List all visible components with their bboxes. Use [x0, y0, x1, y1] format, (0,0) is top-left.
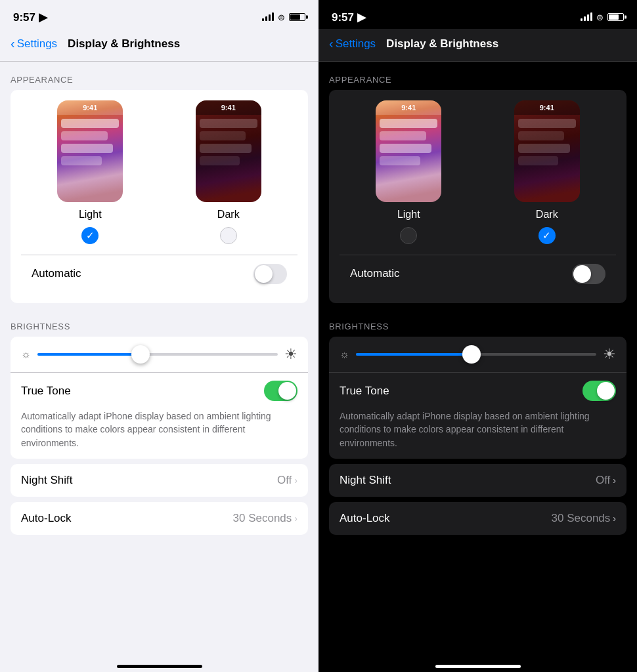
appearance-inner-dark: 9:41 Light [329, 90, 626, 303]
sun-large-icon-light: ☀ [284, 346, 297, 363]
content-dark: APPEARANCE 9:41 [318, 62, 637, 652]
slider-fill-light [37, 353, 141, 356]
night-shift-card-light: Night Shift Off › [11, 464, 308, 497]
theme-option-dark[interactable]: 9:41 Dark [196, 100, 261, 244]
ph-bar-4-dark [200, 156, 240, 165]
status-bar-dark: 9:57 ▶ ⊜ [318, 0, 637, 29]
battery-icon-light [289, 13, 305, 21]
theme-option-light[interactable]: 9:41 Light ✓ [57, 100, 123, 244]
back-label-light[interactable]: Settings [17, 37, 57, 51]
auto-lock-chevron-light: › [294, 513, 297, 524]
signal-bars-dark [581, 13, 592, 21]
signal-bar-4 [272, 12, 274, 21]
phone-time-dark-dark: 9:41 [514, 100, 580, 115]
back-button-light[interactable]: ‹ Settings [11, 36, 57, 51]
auto-lock-value-dark: 30 Seconds › [552, 512, 616, 525]
ph-bar-b [380, 131, 426, 140]
sun-large-icon-dark: ☀ [603, 346, 616, 363]
night-shift-value-dark: Off › [596, 474, 616, 487]
sun-small-icon-dark: ☼ [340, 348, 349, 360]
night-shift-chevron-dark: › [613, 475, 616, 486]
ph-bar-3-dark [200, 144, 252, 153]
automatic-toggle-knob-light [255, 265, 273, 283]
battery-fill-dark [609, 14, 619, 20]
true-tone-row-light: True Tone [11, 372, 308, 410]
brightness-section-header-light: BRIGHTNESS [0, 308, 318, 337]
dark-panel: 9:57 ▶ ⊜ ‹ Settings Display & Brightness… [318, 0, 637, 672]
theme-label-light-dark: Light [397, 209, 420, 220]
signal-bar-1 [262, 18, 264, 21]
automatic-toggle-dark[interactable] [572, 264, 605, 284]
appearance-inner-light: 9:41 Light ✓ [11, 90, 308, 303]
auto-lock-card-light: Auto-Lock 30 Seconds › [11, 502, 308, 535]
status-time-light: 9:57 ▶ [13, 10, 47, 24]
night-shift-label-light: Night Shift [21, 474, 72, 487]
night-shift-status-dark: Off [596, 474, 610, 487]
slider-thumb-light[interactable] [131, 345, 150, 364]
night-shift-row-light[interactable]: Night Shift Off › [11, 464, 308, 497]
brightness-slider-dark[interactable] [356, 353, 596, 356]
appearance-section-header-light: APPEARANCE [0, 62, 318, 90]
appearance-section-header-dark: APPEARANCE [318, 62, 637, 90]
theme-row-light: 9:41 Light ✓ [21, 100, 297, 255]
true-tone-label-dark: True Tone [340, 385, 389, 398]
phone-status-dark: 9:41 [196, 100, 261, 115]
phone-preview-dark-dark: 9:41 [514, 100, 580, 202]
ph-bar-e [518, 119, 576, 128]
radio-light-unselected-dark[interactable] [400, 227, 417, 244]
status-icons-dark: ⊜ [581, 12, 624, 22]
wifi-icon-light: ⊜ [278, 12, 285, 22]
signal-bar-2-dark [584, 16, 586, 21]
signal-bars-light [262, 13, 274, 21]
sun-small-icon-light: ☼ [21, 348, 31, 360]
bottom-padding-dark [318, 540, 637, 566]
back-chevron-dark: ‹ [329, 36, 334, 51]
phone-time-light-dark: 9:41 [376, 100, 441, 115]
bottom-padding-light [0, 540, 318, 566]
wifi-icon-dark: ⊜ [596, 12, 604, 22]
true-tone-toggle-light[interactable] [264, 381, 297, 401]
nav-bar-light: ‹ Settings Display & Brightness [0, 29, 318, 62]
nav-title-dark: Display & Brightness [386, 37, 498, 51]
signal-bar-3 [269, 14, 271, 21]
slider-fill-dark [356, 353, 472, 356]
night-shift-value-light: Off › [277, 474, 297, 487]
automatic-row-light: Automatic [21, 255, 297, 293]
theme-label-dark-light: Dark [217, 209, 240, 220]
automatic-toggle-light[interactable] [253, 264, 287, 284]
slider-thumb-dark[interactable] [462, 345, 481, 364]
night-shift-card-dark: Night Shift Off › [329, 464, 626, 497]
back-button-dark[interactable]: ‹ Settings [329, 36, 376, 51]
auto-lock-label-dark: Auto-Lock [340, 512, 390, 525]
back-label-dark[interactable]: Settings [336, 37, 376, 51]
ph-bar-3-light [61, 144, 113, 153]
ph-bar-d [380, 156, 420, 165]
home-indicator-light [0, 652, 318, 672]
radio-light-selected[interactable]: ✓ [81, 227, 99, 244]
radio-dark-selected[interactable]: ✓ [538, 227, 556, 244]
ph-bar-g [518, 144, 570, 153]
signal-bar-2 [265, 16, 267, 21]
theme-option-dark-dark[interactable]: 9:41 Dark ✓ [514, 100, 580, 244]
automatic-label-light: Automatic [32, 267, 81, 280]
radio-dark-unselected-light[interactable] [220, 227, 237, 244]
auto-lock-row-light[interactable]: Auto-Lock 30 Seconds › [11, 502, 308, 535]
brightness-slider-light[interactable] [37, 353, 278, 356]
theme-label-light-light: Light [79, 209, 102, 220]
auto-lock-row-dark[interactable]: Auto-Lock 30 Seconds › [329, 502, 626, 535]
true-tone-row-dark: True Tone [329, 372, 626, 410]
night-shift-status-light: Off [277, 474, 292, 487]
auto-lock-label-light: Auto-Lock [21, 512, 72, 525]
light-panel: 9:57 ▶ ⊜ ‹ Settings Display & Brightness… [0, 0, 318, 672]
phone-preview-light: 9:41 [57, 100, 123, 202]
true-tone-toggle-dark[interactable] [582, 381, 616, 401]
theme-option-light-dark[interactable]: 9:41 Light [376, 100, 441, 244]
true-tone-knob-dark [597, 382, 615, 400]
auto-lock-status-light: 30 Seconds [233, 512, 292, 525]
signal-bar-4-dark [590, 12, 592, 21]
ph-bar-1-light [61, 119, 119, 128]
slider-row-dark: ☼ ☀ [329, 337, 626, 372]
appearance-card-dark: 9:41 Light [329, 90, 626, 303]
content-light: APPEARANCE 9:41 [0, 62, 318, 652]
night-shift-row-dark[interactable]: Night Shift Off › [329, 464, 626, 497]
